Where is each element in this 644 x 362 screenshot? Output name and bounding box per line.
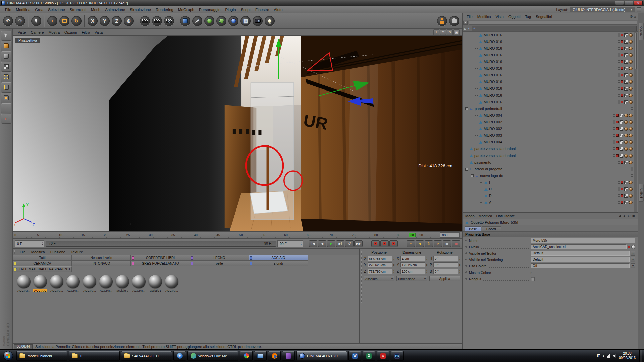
tree-row-muro-016[interactable]: MURO 016 [463,72,638,78]
stepper-icon[interactable] [426,257,427,260]
coord-field-posizione-x[interactable]: 687.788 cm [368,256,392,261]
texture-tag-icon[interactable] [624,194,628,198]
tree-row-muro-016[interactable]: MURO 016 [463,32,638,38]
visibility-dots[interactable] [613,127,615,130]
texture-tag-icon[interactable] [620,147,623,151]
visibility-dots[interactable] [618,60,620,63]
clear-filter-icon[interactable] [463,21,468,25]
attr-tab-coord[interactable]: Coord. [482,226,501,231]
layer-chip[interactable] [616,134,619,137]
timeline-ruler[interactable]: 88 F 05101520253035404550556065707580859… [13,231,462,239]
material-item[interactable]: ACCIAI... [131,275,147,292]
prev-frame-button[interactable]: ◀ [318,240,326,247]
texture-tag-icon[interactable] [620,120,623,124]
texture-tag-icon[interactable] [629,87,633,90]
taskbar-cartella-1[interactable]: 1 [69,351,120,361]
keyframe-dot-icon[interactable] [465,272,467,273]
layer-chip[interactable] [621,60,623,63]
layer-tab-gres-porcellanato[interactable]: GRES PORCELLANATO [131,261,190,266]
texture-tag-icon[interactable] [624,60,628,64]
layer-chip[interactable] [621,188,623,190]
layer-chip[interactable] [621,101,623,103]
tree-row-r[interactable]: R [463,192,638,199]
visibility-dots[interactable] [613,147,615,150]
tree-scrollbar-thumb[interactable] [635,33,637,69]
visibility-dots[interactable] [613,154,615,157]
om-menu-segnalibri[interactable]: Segnalibri [534,14,554,19]
preview-range-slider[interactable]: ◂ 0 F 90 F ▸ [46,241,276,247]
move-tool[interactable]: + [46,15,58,27]
texture-tag-icon[interactable] [620,127,623,131]
filter-input[interactable] [469,21,637,25]
tree-row-pareti-perimetrali[interactable]: −∟pareti perimetrali [463,105,638,112]
om-menu-modifica[interactable]: Modifica [475,14,493,19]
pin-icon[interactable]: ▲ [623,214,626,218]
om-home-icon[interactable]: ⌂ [634,14,636,19]
rotate-tool[interactable]: ↻ [70,15,83,27]
menu-mesh[interactable]: Mesh [89,7,103,12]
menu-rendering[interactable]: Rendering [153,7,176,12]
tree-row-u[interactable]: U [463,186,638,192]
texture-tag-icon[interactable] [624,53,628,57]
visibility-dots[interactable] [618,40,620,43]
tree-row-muro-004[interactable]: MURO 004 [463,139,638,145]
visibility-dots[interactable] [618,94,620,97]
texture-tag-icon[interactable] [624,154,628,158]
texture-tag-icon[interactable] [629,100,633,104]
loop-button[interactable]: ↺ [345,240,354,247]
stepper-icon[interactable] [459,270,460,273]
texture-tag-icon[interactable] [624,140,628,144]
position-mode-select[interactable]: Assoluto [364,276,394,281]
model-mode-button[interactable] [1,51,11,61]
coord-field-dimensione-x[interactable]: 1 cm [400,256,425,261]
om-search-icon[interactable]: ⊙ [630,14,633,19]
visibility-dots[interactable] [631,174,633,177]
menu-modifica[interactable]: Modifica [14,7,33,12]
record-options-button[interactable] [389,240,398,247]
texture-tag-icon[interactable] [629,127,633,131]
next-frame-button[interactable]: ▶| [336,240,344,247]
up-level-icon[interactable] [468,26,470,30]
texture-tag-icon[interactable] [629,60,633,64]
texture-mode-button[interactable] [1,62,11,71]
coord-field-dimensione-y[interactable]: 126.25 cm [400,262,425,267]
texture-tag-icon[interactable] [624,161,628,164]
layer-chip[interactable] [621,47,623,50]
range-end-field[interactable]: 90 F [277,240,303,247]
texture-tag-icon[interactable] [624,114,628,117]
tree-row-muro-016[interactable]: MURO 016 [463,65,638,72]
menu-simulazione[interactable]: Simulazione [127,7,153,12]
material-item[interactable]: ACCIAI... [16,275,32,292]
maximize-button[interactable] [625,1,633,5]
texture-tag-icon[interactable] [620,134,623,137]
stepper-icon[interactable] [393,270,394,273]
add-mograph-object[interactable]: ▦ [239,15,252,27]
plugins-button[interactable] [448,15,460,27]
texture-tag-icon[interactable] [624,33,628,37]
render-visibility-select[interactable]: Default [531,257,630,262]
keyframe-dot-icon[interactable] [465,278,467,280]
record-keyframe-button[interactable] [371,240,380,247]
keyframe-dot-icon[interactable] [465,252,467,254]
rotate-view-icon[interactable]: ↻ [447,29,453,35]
coord-field-posizione-y[interactable]: 278.625 cm [368,262,392,267]
material-item[interactable]: ACCIAI... [49,275,64,292]
material-menu-texture[interactable]: Texture [68,249,85,255]
keyframe-dot-icon[interactable] [465,246,467,248]
texture-tag-icon[interactable] [629,73,633,77]
visibility-dots[interactable] [618,47,620,50]
layer-field[interactable]: ArchiCAD_unselected [531,244,627,249]
playhead[interactable]: 88 [409,233,416,237]
texture-tag-icon[interactable] [629,201,633,204]
tree-row-muro-002[interactable]: MURO 002 [463,119,638,125]
tree-row-muro-016[interactable]: MURO 016 [463,38,638,45]
close-button[interactable] [634,1,643,5]
texture-tag-icon[interactable] [624,87,628,90]
texture-tag-icon[interactable] [629,140,633,144]
tree-expander[interactable]: − [465,107,468,110]
attr-mode-modifica[interactable]: Modifica [479,214,492,218]
material-menu-modifica[interactable]: Modifica [29,249,47,255]
layer-chip[interactable] [621,54,623,56]
key-scale-toggle[interactable]: ◀ [416,240,424,247]
texture-tag-icon[interactable] [629,53,633,57]
